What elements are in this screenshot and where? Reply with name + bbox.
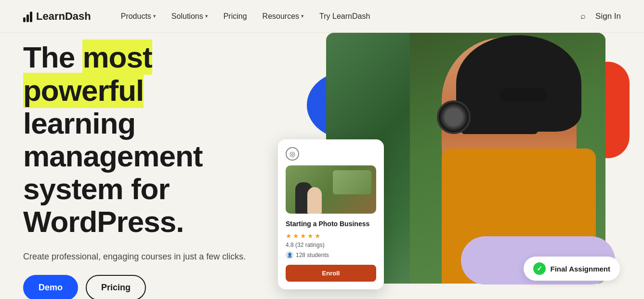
logo-icon <box>23 11 32 22</box>
card-thumbnail <box>286 165 376 214</box>
chevron-down-icon: ▾ <box>205 13 208 19</box>
course-card: ◎ Starting a Photo Business ★★★★★ 4.8 (3… <box>278 139 384 289</box>
card-stars: ★★★★★ <box>286 232 376 240</box>
student-icon: 👤 <box>286 251 293 259</box>
nav-solutions[interactable]: Solutions ▾ <box>165 8 215 25</box>
hero-buttons: Demo Pricing <box>23 275 256 299</box>
hero-title: The most powerful learning management sy… <box>23 41 256 238</box>
sign-in-button[interactable]: Sign In <box>595 12 621 21</box>
card-icon-row: ◎ <box>286 147 376 161</box>
chevron-down-icon: ▾ <box>301 13 304 19</box>
search-icon[interactable]: ⌕ <box>580 11 586 21</box>
nav-right: ⌕ Sign In <box>580 11 621 21</box>
pricing-button[interactable]: Pricing <box>86 275 146 299</box>
nav-pricing[interactable]: Pricing <box>217 8 254 25</box>
card-students: 👤 128 students <box>286 251 376 259</box>
nav-links: Products ▾ Solutions ▾ Pricing Resources… <box>114 8 580 25</box>
hero-section: The most powerful learning management sy… <box>0 33 644 299</box>
nav-try-learndash[interactable]: Try LearnDash <box>313 8 377 25</box>
hero-left: The most powerful learning management sy… <box>0 33 279 299</box>
chevron-down-icon: ▾ <box>153 13 156 19</box>
nav-products[interactable]: Products ▾ <box>114 8 163 25</box>
aperture-icon: ◎ <box>286 147 299 161</box>
logo-text: LearnDash <box>36 10 91 23</box>
hero-visual: ◎ Starting a Photo Business ★★★★★ 4.8 (3… <box>268 33 644 299</box>
card-title: Starting a Photo Business <box>286 219 376 228</box>
assignment-text: Final Assignment <box>551 265 610 273</box>
nav-resources[interactable]: Resources ▾ <box>256 8 311 25</box>
enroll-button[interactable]: Enroll <box>286 265 376 282</box>
navigation: LearnDash Products ▾ Solutions ▾ Pricing… <box>0 0 644 33</box>
demo-button[interactable]: Demo <box>23 275 78 299</box>
check-icon: ✓ <box>533 262 546 275</box>
logo[interactable]: LearnDash <box>23 10 91 23</box>
hero-subtitle: Create professional, engaging courses in… <box>23 250 256 263</box>
card-rating: 4.8 (32 ratings) <box>286 242 376 248</box>
assignment-badge: ✓ Final Assignment <box>524 257 620 281</box>
